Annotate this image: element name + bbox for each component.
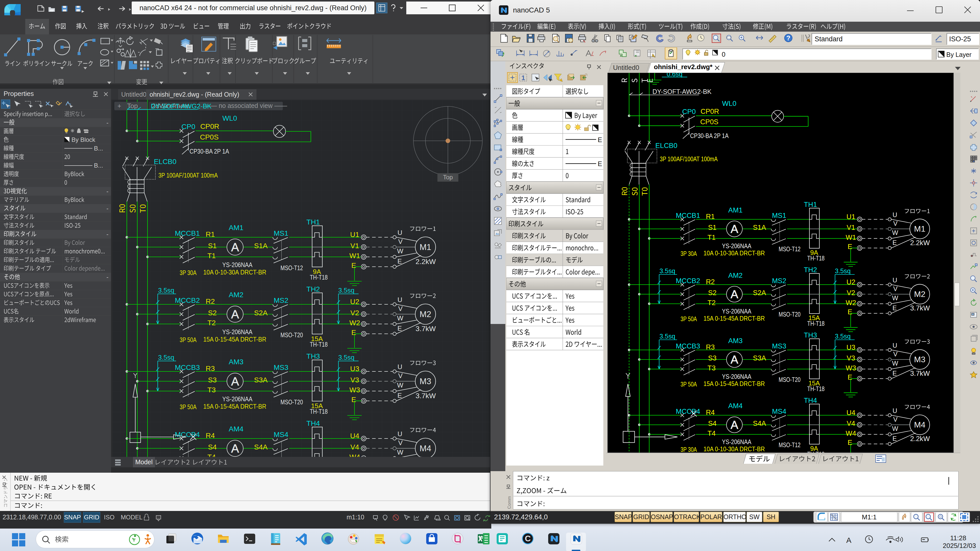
svg-text:U: U xyxy=(892,342,897,349)
svg-text:15A 0-15-45A DRCT-BR: 15A 0-15-45A DRCT-BR xyxy=(703,380,765,387)
svg-text:TH-T18: TH-T18 xyxy=(807,320,824,327)
svg-text:E: E xyxy=(892,435,897,442)
svg-text:YS-206NAA: YS-206NAA xyxy=(722,242,751,249)
svg-text:MS4: MS4 xyxy=(274,430,288,438)
svg-text:TH-T18: TH-T18 xyxy=(310,341,328,348)
svg-text:MSO-T12: MSO-T12 xyxy=(779,441,800,448)
svg-text:3.7kW: 3.7kW xyxy=(415,392,436,400)
svg-text:A: A xyxy=(731,222,738,235)
svg-text:R4: R4 xyxy=(206,432,215,440)
svg-text:T1: T1 xyxy=(207,252,216,260)
svg-text:V: V xyxy=(893,220,897,227)
svg-text:3.5sq: 3.5sq xyxy=(158,286,174,294)
svg-text:CP0: CP0 xyxy=(181,123,195,130)
svg-text:S3A: S3A xyxy=(254,376,268,384)
svg-text:MS3: MS3 xyxy=(772,342,786,350)
svg-text:V: V xyxy=(398,439,403,447)
svg-text:MCCB4: MCCB4 xyxy=(676,407,700,415)
svg-text:TH1: TH1 xyxy=(307,218,320,226)
svg-text:DY-SOFT-AWG2-BK: DY-SOFT-AWG2-BK xyxy=(652,88,712,95)
svg-text:S1A: S1A xyxy=(753,224,766,231)
svg-text:T2: T2 xyxy=(708,299,716,306)
svg-text:W: W xyxy=(892,294,898,302)
svg-text:3P 30A: 3P 30A xyxy=(180,269,197,276)
svg-text:U1: U1 xyxy=(846,213,856,221)
svg-text:U: U xyxy=(398,296,402,303)
svg-text:YS-206NAA: YS-206NAA xyxy=(722,308,751,315)
svg-text:YS-206NAA: YS-206NAA xyxy=(722,373,751,380)
svg-text:TH-T18: TH-T18 xyxy=(807,385,824,392)
svg-text:CP0S: CP0S xyxy=(700,118,718,126)
svg-text:V4: V4 xyxy=(350,443,359,451)
svg-text:V: V xyxy=(893,285,897,292)
svg-text:3.5sq: 3.5sq xyxy=(338,354,355,361)
svg-text:MSO-T12: MSO-T12 xyxy=(280,264,303,272)
svg-text:T4: T4 xyxy=(207,453,216,457)
svg-text:E: E xyxy=(397,257,402,265)
svg-text:CP0: CP0 xyxy=(682,108,696,116)
svg-text:R3: R3 xyxy=(206,365,215,372)
svg-text:MS1: MS1 xyxy=(772,211,786,219)
svg-text:3P 50A: 3P 50A xyxy=(681,315,697,322)
svg-text:E: E xyxy=(848,438,852,446)
svg-text:+: + xyxy=(118,102,121,110)
svg-text:V: V xyxy=(398,238,403,245)
svg-text:M3: M3 xyxy=(420,376,431,386)
svg-text:MSO-T20: MSO-T20 xyxy=(779,376,800,383)
svg-text:WL0: WL0 xyxy=(722,100,736,107)
svg-text:TH1: TH1 xyxy=(804,200,817,208)
svg-text:U: U xyxy=(892,211,897,218)
svg-text:-: - xyxy=(107,230,108,238)
svg-text:MCCB1: MCCB1 xyxy=(175,229,200,237)
svg-text:TH4: TH4 xyxy=(307,419,320,427)
svg-text:—— no associated view ——: —— no associated view —— xyxy=(204,102,287,109)
svg-text:Top: Top xyxy=(443,174,453,181)
svg-text:S1: S1 xyxy=(708,224,716,231)
svg-text:A: A xyxy=(731,288,738,300)
svg-text:U1: U1 xyxy=(350,230,360,238)
svg-text:AM3: AM3 xyxy=(229,358,243,366)
svg-text:U: U xyxy=(398,363,402,371)
svg-text:MS1: MS1 xyxy=(274,229,288,237)
svg-text:CP0R: CP0R xyxy=(200,122,220,130)
svg-text:W: W xyxy=(397,314,404,322)
svg-text:0: 0 xyxy=(722,51,725,58)
svg-text:U3: U3 xyxy=(350,365,360,373)
svg-text:S4: S4 xyxy=(708,419,716,427)
svg-text:ELCB0: ELCB0 xyxy=(655,141,677,149)
svg-text:V4: V4 xyxy=(847,419,855,427)
svg-text:3.7kW: 3.7kW xyxy=(415,325,436,333)
svg-text:AM2: AM2 xyxy=(229,291,243,299)
svg-text:-: - xyxy=(107,205,108,212)
svg-text:TH-T18: TH-T18 xyxy=(807,451,824,453)
svg-text:W: W xyxy=(892,360,898,367)
svg-text:V3: V3 xyxy=(847,354,855,362)
svg-text:W: W xyxy=(397,448,404,456)
svg-text:3P 50A: 3P 50A xyxy=(180,336,197,344)
svg-text:E: E xyxy=(892,370,897,377)
svg-text:10A 0-10-30A DRCT-BR: 10A 0-10-30A DRCT-BR xyxy=(703,249,765,257)
svg-text:W: W xyxy=(892,425,898,432)
svg-text:ELCB0: ELCB0 xyxy=(154,158,177,165)
svg-text:E: E xyxy=(848,243,852,251)
svg-text:10A 0-10-30A DRCT-BR: 10A 0-10-30A DRCT-BR xyxy=(204,268,266,276)
svg-text:E: E xyxy=(352,262,356,269)
svg-text:V: V xyxy=(398,305,403,313)
svg-text:U: U xyxy=(398,229,402,237)
svg-text:E: E xyxy=(892,304,897,311)
svg-text:M4: M4 xyxy=(420,444,431,453)
svg-text:S1A: S1A xyxy=(254,242,268,250)
svg-text:3.5sq: 3.5sq xyxy=(835,267,851,275)
svg-text:M4: M4 xyxy=(914,420,926,429)
svg-text:M2: M2 xyxy=(914,289,926,299)
svg-text:R1: R1 xyxy=(206,230,215,238)
svg-text:2.2kW: 2.2kW xyxy=(415,258,436,265)
svg-text:W2: W2 xyxy=(846,299,856,306)
svg-text:3P 30A: 3P 30A xyxy=(681,250,697,257)
svg-text:3.5sq: 3.5sq xyxy=(338,286,355,294)
svg-text:A: A xyxy=(731,418,738,431)
svg-text:MSO-T20: MSO-T20 xyxy=(280,398,303,406)
svg-text:E: E xyxy=(352,395,356,403)
svg-text:U: U xyxy=(892,407,897,414)
svg-text:YS-206NAA: YS-206NAA xyxy=(722,438,751,445)
